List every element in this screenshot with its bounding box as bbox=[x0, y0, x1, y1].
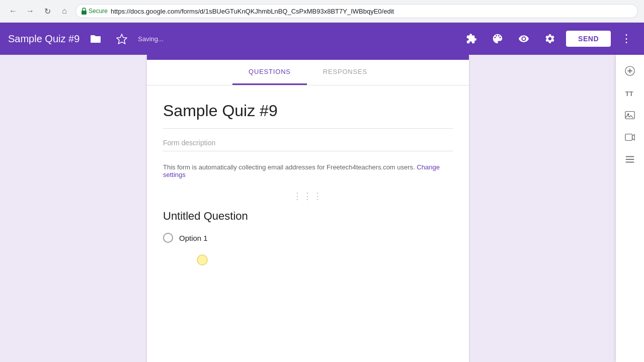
form-container: QUESTIONS RESPONSES Sample Quiz #9 Form … bbox=[0, 55, 616, 362]
star-button[interactable] bbox=[112, 29, 132, 49]
svg-rect-6 bbox=[625, 134, 632, 141]
radio-circle[interactable] bbox=[163, 233, 173, 243]
saving-status: Saving... bbox=[138, 35, 164, 43]
browser-nav: ← → ↻ ⌂ bbox=[6, 4, 71, 18]
add-video-button[interactable] bbox=[620, 127, 640, 147]
drag-handle: ⋮⋮⋮ bbox=[163, 191, 453, 202]
tab-questions[interactable]: QUESTIONS bbox=[232, 60, 307, 85]
palette-button[interactable] bbox=[488, 29, 508, 49]
send-button[interactable]: SEND bbox=[566, 31, 611, 47]
form-tabs: QUESTIONS RESPONSES bbox=[147, 60, 469, 85]
add-element-button[interactable] bbox=[620, 61, 640, 81]
option-row: Option 1 bbox=[163, 233, 453, 243]
svg-text:TT: TT bbox=[625, 90, 633, 98]
home-button[interactable]: ⌂ bbox=[57, 4, 71, 18]
title-divider bbox=[163, 128, 453, 129]
right-toolbar: TT bbox=[616, 55, 644, 362]
browser-bar: ← → ↻ ⌂ Secure https://docs.google.com/f… bbox=[0, 0, 644, 23]
email-notice: This form is automatically collecting em… bbox=[163, 163, 453, 178]
app-title: Sample Quiz #9 bbox=[8, 33, 79, 45]
svg-rect-0 bbox=[82, 11, 87, 15]
form-card: QUESTIONS RESPONSES Sample Quiz #9 Form … bbox=[147, 55, 469, 362]
forward-button[interactable]: → bbox=[23, 4, 37, 18]
secure-badge: Secure bbox=[81, 8, 108, 15]
url-text: https://docs.google.com/forms/d/1sBUeGTu… bbox=[111, 8, 394, 15]
question-title[interactable]: Untitled Question bbox=[163, 210, 453, 223]
question-block: Untitled Question Option 1 bbox=[163, 210, 453, 243]
form-title: Sample Quiz #9 bbox=[163, 102, 453, 120]
add-section-button[interactable] bbox=[620, 149, 640, 169]
add-title-button[interactable]: TT bbox=[620, 83, 640, 103]
reload-button[interactable]: ↻ bbox=[40, 4, 54, 18]
address-bar[interactable]: Secure https://docs.google.com/forms/d/1… bbox=[75, 4, 638, 18]
back-button[interactable]: ← bbox=[6, 4, 20, 18]
settings-button[interactable] bbox=[540, 29, 560, 49]
tab-responses[interactable]: RESPONSES bbox=[307, 60, 383, 85]
svg-marker-1 bbox=[117, 34, 127, 44]
secure-label: Secure bbox=[89, 8, 108, 15]
main-area: QUESTIONS RESPONSES Sample Quiz #9 Form … bbox=[0, 55, 644, 362]
app-header: Sample Quiz #9 Saving... SEND ⋮ bbox=[0, 23, 644, 55]
option-1-label: Option 1 bbox=[179, 234, 208, 242]
email-notice-text: This form is automatically collecting em… bbox=[163, 163, 415, 171]
more-options-icon[interactable]: ⋮ bbox=[617, 28, 636, 49]
add-image-button[interactable] bbox=[620, 105, 640, 125]
preview-button[interactable] bbox=[514, 29, 534, 49]
folder-button[interactable] bbox=[86, 29, 106, 49]
form-description[interactable]: Form description bbox=[163, 139, 453, 151]
puzzle-icon-button[interactable] bbox=[461, 29, 481, 49]
form-body: Sample Quiz #9 Form description This for… bbox=[147, 85, 469, 267]
